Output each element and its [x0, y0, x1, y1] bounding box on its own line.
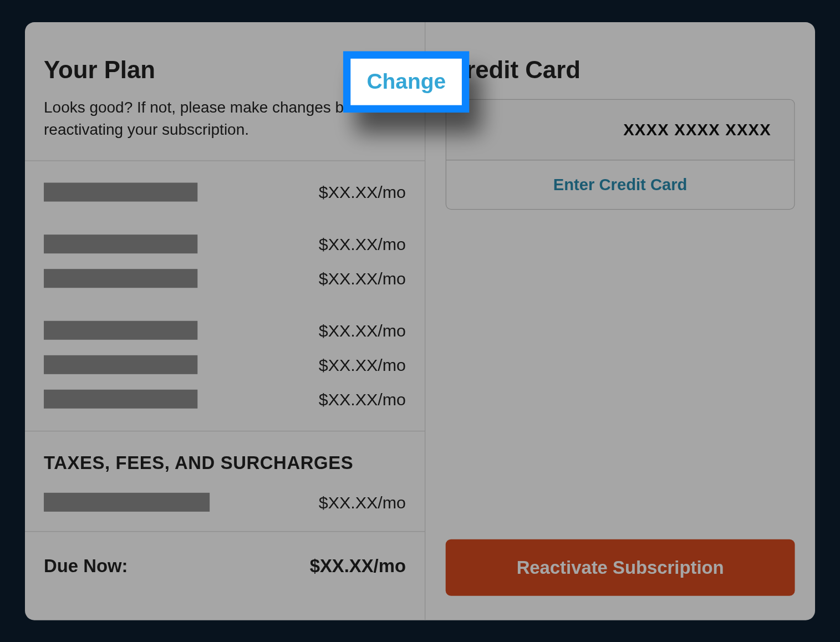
change-plan-button[interactable]: Change [350, 59, 462, 105]
change-button-highlight: Change [343, 51, 470, 113]
